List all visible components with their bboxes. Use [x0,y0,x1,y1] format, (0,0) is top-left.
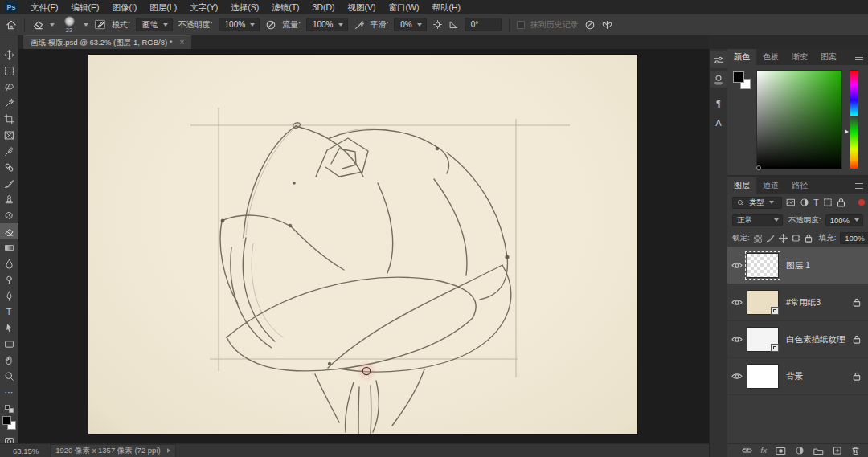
menu-edit[interactable]: 编辑(E) [64,0,105,14]
tab-color[interactable]: 颜色 [727,49,756,65]
hue-slider[interactable] [850,70,858,169]
menu-help[interactable]: 帮助(H) [426,0,468,14]
brush-picker-caret[interactable] [84,23,88,27]
tool-brush[interactable] [0,175,18,191]
lock-pixels-icon[interactable] [766,234,775,243]
fill-field[interactable]: 100% [840,232,868,244]
panel-foreground-swatch[interactable] [733,71,744,83]
lock-position-icon[interactable] [779,234,788,243]
tab-patterns[interactable]: 图案 [814,49,843,65]
panel-menu-icon[interactable] [855,55,863,60]
lock-artboard-icon[interactable] [792,234,800,243]
tab-channels[interactable]: 通道 [756,177,785,194]
menu-filter[interactable]: 滤镜(T) [265,0,305,14]
menu-layer[interactable]: 图层(L) [143,0,183,14]
layers-opacity-field[interactable]: 100% [825,214,863,226]
document-tab[interactable]: 画纸 模版.psd @ 63.2% (图层 1, RGB/8) * × [23,35,191,49]
adjustment-layer-icon[interactable] [795,446,805,455]
visibility-eye-icon[interactable] [727,261,747,270]
filter-pixel-icon[interactable] [786,198,796,207]
tool-dodge[interactable] [0,271,18,288]
tool-path-select[interactable] [0,320,18,336]
tool-lasso[interactable] [0,79,18,95]
foreground-background-swatches[interactable] [2,416,16,430]
tool-eraser[interactable] [0,223,18,239]
opacity-pressure-icon[interactable] [265,19,276,31]
visibility-eye-icon[interactable] [727,298,747,307]
filter-shape-icon[interactable] [823,198,833,207]
tool-crop[interactable] [0,111,18,127]
tool-pen[interactable] [0,288,18,304]
eraser-tool-preset-icon[interactable] [32,18,44,31]
new-layer-icon[interactable] [833,446,842,455]
filter-type-icon[interactable]: T [813,198,819,207]
close-tab-icon[interactable]: × [179,39,184,47]
layer-name[interactable]: 图层 1 [786,260,810,271]
layers-menu-icon[interactable] [855,183,863,189]
properties-panel-icon[interactable] [710,51,727,68]
layer-thumbnail[interactable] [747,364,779,389]
layer-name[interactable]: 白色素描纸纹理 [786,334,845,345]
menu-window[interactable]: 窗口(W) [383,0,426,14]
layer-name[interactable]: #常用纸3 [786,297,821,308]
add-mask-icon[interactable] [776,447,786,455]
tab-swatches[interactable]: 色板 [756,49,785,65]
layer-row-3[interactable]: 白色素描纸纹理 [727,321,868,358]
opacity-field[interactable]: 100% [219,18,260,31]
brush-settings-panel-icon[interactable] [710,71,727,88]
blend-mode-dropdown[interactable]: 正常 [732,214,783,226]
airbrush-icon[interactable] [354,19,365,31]
tool-shape[interactable] [0,336,18,352]
visibility-eye-icon[interactable] [727,372,747,381]
filter-type-dropdown[interactable]: 类型 [732,197,782,209]
menu-file[interactable]: 文件(F) [24,0,64,14]
tool-move[interactable] [0,47,18,63]
lock-all-icon[interactable] [805,234,813,243]
erase-history-checkbox[interactable] [517,21,525,29]
panel-color-swatches[interactable] [733,71,751,89]
toggle-brush-panel-icon[interactable] [94,18,106,31]
menu-image[interactable]: 图像(I) [105,0,143,14]
tool-blur[interactable] [0,255,18,271]
filter-adjustment-icon[interactable] [800,198,809,207]
hue-marker-icon[interactable] [845,129,849,134]
lock-transparency-icon[interactable] [754,235,762,243]
paragraph-panel-icon[interactable]: ¶ [710,96,727,112]
default-colors-icon[interactable] [5,405,14,413]
smoothing-gear-icon[interactable] [432,19,443,30]
tool-gradient[interactable] [0,239,18,255]
layer-thumbnail[interactable] [747,253,779,278]
smoothing-field[interactable]: 0% [394,18,426,31]
character-panel-icon[interactable]: A [710,115,727,132]
layer-thumbnail[interactable] [747,327,779,352]
filter-toggle[interactable] [858,199,865,206]
color-picker-field[interactable] [756,70,842,169]
home-icon[interactable] [6,19,17,31]
tool-more[interactable]: ⋯ [0,384,18,400]
layer-name[interactable]: 背景 [786,371,803,382]
foreground-color-swatch[interactable] [2,416,11,425]
tool-spot-healing[interactable] [0,159,18,175]
status-chevron-icon[interactable] [167,448,170,453]
tab-gradients[interactable]: 渐变 [785,49,814,65]
layer-row-2[interactable]: #常用纸3 [727,284,868,321]
tab-layers[interactable]: 图层 [727,177,756,194]
tool-clone-stamp[interactable] [0,191,18,207]
tool-eyedropper[interactable] [0,143,18,159]
flow-field[interactable]: 100% [306,18,348,31]
tool-marquee[interactable] [0,63,18,79]
layer-style-fx-icon[interactable]: fx [761,447,767,455]
menu-view[interactable]: 视图(V) [342,0,383,14]
menu-3d[interactable]: 3D(D) [306,0,342,14]
tool-hand[interactable] [0,352,18,368]
layer-thumbnail[interactable] [747,290,779,315]
tab-paths[interactable]: 路径 [785,177,814,194]
size-pressure-icon[interactable] [584,19,596,31]
mode-dropdown[interactable]: 画笔 [136,18,173,31]
menu-type[interactable]: 文字(Y) [183,0,224,14]
document-info[interactable]: 1920 像素 x 1357 像素 (72 ppi) [50,444,175,457]
zoom-level[interactable]: 63.15% [13,447,39,455]
link-layers-icon[interactable] [742,447,752,455]
filter-smart-object-icon[interactable] [837,198,845,207]
tool-frame[interactable] [0,127,18,143]
